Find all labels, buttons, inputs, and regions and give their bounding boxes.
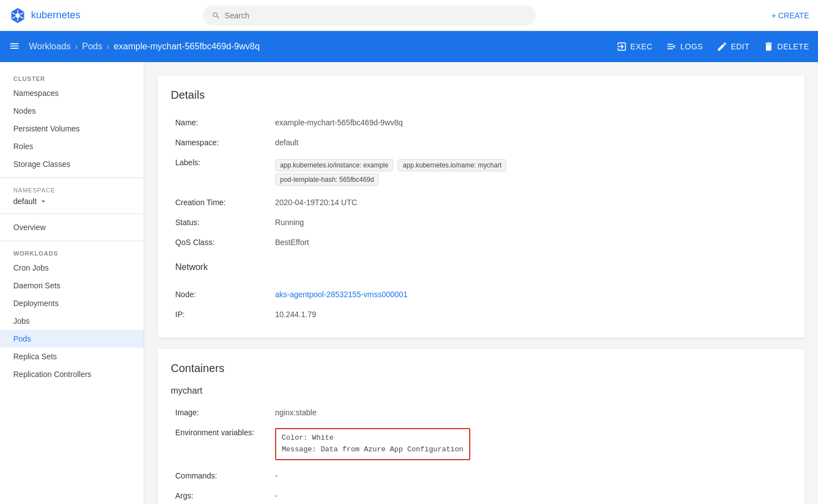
container-row-commands: Commands: - (171, 466, 791, 486)
sidebar-item-deployments[interactable]: Deployments (0, 294, 144, 312)
details-title: Details (171, 89, 791, 101)
details-row-ip: IP: 10.244.1.79 (171, 304, 791, 324)
cluster-section-title: Cluster (0, 71, 144, 84)
qos-value: BestEffort (271, 232, 791, 252)
labels-value: app.kubernetes.io/instance: example app.… (271, 152, 791, 192)
sidebar-divider-2 (0, 213, 144, 214)
containers-card: Containers mychart Image: nginx:stable E… (157, 349, 805, 504)
args-label: Args: (171, 486, 271, 504)
image-label: Image: (171, 403, 271, 422)
breadcrumb-bar: Workloads › Pods › example-mychart-565fb… (0, 31, 818, 62)
search-icon (212, 11, 220, 20)
workloads-section-title: Workloads (0, 246, 144, 259)
containers-title: Containers (171, 362, 791, 375)
ip-value: 10.244.1.79 (271, 304, 791, 324)
search-box[interactable] (203, 6, 536, 26)
details-row-qos: QoS Class: BestEffort (171, 232, 791, 252)
details-row-labels: Labels: app.kubernetes.io/instance: exam… (171, 152, 791, 192)
exec-button[interactable]: EXEC (616, 41, 653, 52)
sidebar-item-roles[interactable]: Roles (0, 138, 144, 155)
container-row-args: Args: - (171, 486, 791, 504)
commands-value: - (271, 466, 791, 486)
sidebar-item-overview[interactable]: Overview (0, 218, 144, 236)
creation-value: 2020-04-19T20:14 UTC (271, 192, 791, 212)
sidebar-item-pods[interactable]: Pods (0, 330, 144, 348)
app-logo: kubernetes (9, 7, 80, 24)
sidebar: Cluster Namespaces Nodes Persistent Volu… (0, 62, 144, 504)
commands-label: Commands: (171, 466, 271, 486)
details-row-node: Node: aks-agentpool-28532155-vmss000001 (171, 284, 791, 304)
logs-button[interactable]: LOGS (666, 41, 703, 52)
label-chip-1: app.kubernetes.io/name: mychart (398, 159, 506, 171)
search-input[interactable] (225, 11, 527, 20)
content-area: Details Name: example-mychart-565fbc469d… (144, 62, 818, 504)
env-var-1: Message: Data from Azure App Configurati… (282, 444, 464, 456)
env-vars-box: Color: White Message: Data from Azure Ap… (275, 428, 470, 460)
qos-label: QoS Class: (171, 232, 271, 252)
namespace-field-label: Namespace: (171, 133, 271, 152)
breadcrumb-pods[interactable]: Pods (82, 42, 102, 52)
namespace-select[interactable]: default (13, 196, 130, 207)
ip-label: IP: (171, 304, 271, 324)
sidebar-item-storage-classes[interactable]: Storage Classes (0, 155, 144, 173)
network-subtitle: Network (175, 258, 787, 272)
breadcrumb-actions: EXEC LOGS EDIT DELETE (616, 41, 809, 52)
name-label: Name: (171, 113, 271, 133)
containers-table: Image: nginx:stable Environment variable… (171, 403, 791, 504)
delete-button[interactable]: DELETE (763, 41, 809, 52)
details-row-network-header: Network (171, 252, 791, 284)
details-card: Details Name: example-mychart-565fbc469d… (157, 75, 805, 338)
container-row-image: Image: nginx:stable (171, 403, 791, 422)
container-row-env: Environment variables: Color: White Mess… (171, 422, 791, 466)
sidebar-item-cron-jobs[interactable]: Cron Jobs (0, 259, 144, 277)
app-name: kubernetes (31, 9, 80, 21)
sidebar-divider-3 (0, 241, 144, 241)
details-row-namespace: Namespace: default (171, 133, 791, 152)
image-value: nginx:stable (271, 403, 791, 422)
namespace-field-value: default (271, 133, 791, 152)
creation-label: Creation Time: (171, 192, 271, 212)
details-table: Name: example-mychart-565fbc469d-9wv8q N… (171, 113, 791, 324)
sidebar-item-replica-sets[interactable]: Replica Sets (0, 348, 144, 365)
namespace-label: Namespace (13, 187, 130, 194)
svg-point-1 (16, 13, 20, 18)
details-row-creation: Creation Time: 2020-04-19T20:14 UTC (171, 192, 791, 212)
env-var-0: Color: White (282, 432, 464, 444)
namespace-section: Namespace default (0, 182, 144, 209)
chevron-down-icon (39, 197, 48, 206)
labels-label: Labels: (171, 152, 271, 192)
sidebar-item-nodes[interactable]: Nodes (0, 102, 144, 120)
name-value: example-mychart-565fbc469d-9wv8q (271, 113, 791, 133)
create-button[interactable]: + CREATE (771, 11, 809, 20)
sidebar-item-replication-controllers[interactable]: Replication Controllers (0, 365, 144, 383)
env-value: Color: White Message: Data from Azure Ap… (271, 422, 791, 466)
sidebar-item-daemon-sets[interactable]: Daemon Sets (0, 277, 144, 294)
node-label: Node: (171, 284, 271, 304)
breadcrumb-workloads[interactable]: Workloads (29, 42, 70, 52)
node-value: aks-agentpool-28532155-vmss000001 (271, 284, 791, 304)
details-row-status: Status: Running (171, 212, 791, 232)
edit-button[interactable]: EDIT (717, 41, 750, 52)
env-label: Environment variables: (171, 422, 271, 466)
top-nav: kubernetes + CREATE (0, 0, 818, 31)
sidebar-divider-1 (0, 177, 144, 178)
node-link[interactable]: aks-agentpool-28532155-vmss000001 (275, 290, 408, 299)
label-chip-0: app.kubernetes.io/instance: example (275, 159, 393, 171)
sidebar-item-persistent-volumes[interactable]: Persistent Volumes (0, 120, 144, 138)
status-label: Status: (171, 212, 271, 232)
sidebar-item-namespaces[interactable]: Namespaces (0, 84, 144, 102)
label-chip-2: pod-template-hash: 565fbc469d (275, 174, 379, 186)
hamburger-icon[interactable] (9, 40, 20, 53)
main-layout: Cluster Namespaces Nodes Persistent Volu… (0, 62, 818, 504)
container-name: mychart (171, 386, 791, 396)
breadcrumb-sep-1: › (75, 42, 78, 51)
sidebar-item-jobs[interactable]: Jobs (0, 312, 144, 330)
status-value: Running (271, 212, 791, 232)
details-row-name: Name: example-mychart-565fbc469d-9wv8q (171, 113, 791, 133)
args-value: - (271, 486, 791, 504)
breadcrumb-sep-2: › (106, 42, 109, 51)
breadcrumb-current: example-mychart-565fbc469d-9wv8q (114, 42, 260, 52)
